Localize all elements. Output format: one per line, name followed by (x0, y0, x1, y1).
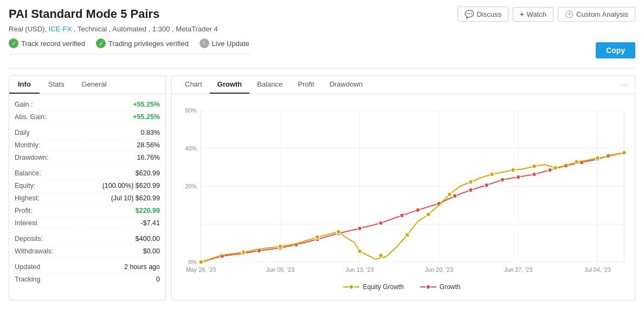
header-actions: 💬 Discuss + Watch 🕐 Custom Analysis (458, 6, 635, 22)
equity-row: Equity: (100.00%) $620.99 (15, 180, 160, 192)
daily-value: 0.83% (141, 129, 160, 136)
profit-label: Profit: (15, 207, 33, 214)
svg-point-47 (199, 260, 203, 264)
growth-chart: .axis-text { font-size: 11px; fill: #888… (175, 100, 629, 278)
svg-point-38 (500, 178, 505, 182)
trading-privileges-badge: ✓ Trading privileges verified (96, 38, 189, 48)
drawdown-label: Drawdown: (15, 154, 49, 161)
tab-stats[interactable]: Stats (40, 76, 73, 94)
interest-label: Interest (15, 219, 37, 227)
tab-info[interactable]: Info (9, 76, 40, 94)
left-tabs: Info Stats General (9, 76, 165, 94)
svg-point-59 (511, 168, 515, 172)
updated-row: Updated 2 hours ago (15, 261, 160, 273)
discuss-icon: 💬 (465, 10, 474, 18)
svg-point-36 (468, 188, 473, 192)
monthly-label: Monthly: (15, 141, 40, 149)
badges-row: ✓ Track record verified ✓ Trading privil… (9, 38, 249, 54)
tracking-label: Tracking (15, 276, 40, 283)
chart-tab-profit[interactable]: Profit (290, 76, 321, 94)
warn-icon: ! (199, 38, 209, 48)
svg-text:60%: 60% (185, 107, 197, 114)
chart-more-button[interactable]: ··· (621, 80, 629, 90)
equity-value: (100.00%) $620.99 (102, 182, 160, 189)
svg-point-41 (548, 168, 552, 172)
svg-point-37 (485, 183, 489, 187)
svg-text:40%: 40% (185, 145, 197, 152)
svg-point-64 (622, 151, 626, 155)
svg-text:Jun 20, '23: Jun 20, '23 (425, 266, 453, 273)
chart-tab-drawdown[interactable]: Drawdown (322, 76, 370, 94)
chart-area: .axis-text { font-size: 11px; fill: #888… (172, 94, 635, 300)
tracking-row: Tracking 0 (15, 273, 160, 285)
clock-icon: 🕐 (565, 10, 574, 18)
deposits-label: Deposits: (15, 235, 43, 243)
svg-point-56 (447, 192, 452, 197)
profit-row: Profit: $220.99 (15, 205, 160, 217)
left-panel: Info Stats General Gain : +55.25% Abs. G… (9, 75, 166, 300)
gain-row: Gain : +55.25% (15, 99, 160, 111)
withdrawals-label: Withdrawals: (15, 247, 54, 255)
abs-gain-label: Abs. Gain: (15, 113, 46, 121)
svg-point-31 (379, 221, 383, 225)
check-icon-2: ✓ (96, 38, 106, 48)
balance-row: Balance: $620.99 (15, 167, 160, 180)
abs-gain-row: Abs. Gain: +55.25% (15, 111, 160, 123)
withdrawals-value: $0.00 (143, 247, 160, 255)
track-record-badge: ✓ Track record verified (9, 38, 85, 48)
svg-point-52 (358, 249, 362, 253)
svg-text:Jul 04, '23: Jul 04, '23 (584, 266, 611, 273)
svg-point-32 (400, 213, 404, 218)
svg-point-39 (516, 175, 520, 179)
svg-point-62 (575, 160, 579, 164)
svg-point-49 (278, 244, 282, 248)
svg-text:0%: 0% (188, 259, 197, 265)
tracking-value: 0 (156, 276, 160, 283)
profit-value: $220.99 (136, 207, 160, 214)
info-table: Gain : +55.25% Abs. Gain: +55.25% Daily … (9, 94, 165, 290)
svg-point-57 (468, 180, 473, 184)
interest-row: Interest -$7.41 (15, 217, 160, 230)
svg-point-55 (426, 212, 430, 217)
chart-tab-chart[interactable]: Chart (177, 76, 210, 94)
drawdown-value: 16.76% (137, 154, 160, 161)
svg-point-35 (453, 194, 457, 198)
subtitle: Real (USD), ICE-FX , Technical , Automat… (9, 25, 635, 33)
svg-text:Jun 27, '23: Jun 27, '23 (504, 266, 532, 273)
svg-text:20%: 20% (185, 183, 197, 189)
balance-label: Balance: (15, 169, 41, 177)
gain-label: Gain : (15, 101, 33, 108)
drawdown-row: Drawdown: 16.76% (15, 152, 160, 164)
svg-point-61 (553, 166, 558, 170)
svg-point-53 (379, 253, 383, 258)
updated-label: Updated (15, 263, 40, 271)
watch-button[interactable]: + Watch (513, 7, 553, 22)
broker-link[interactable]: ICE-FX (49, 25, 72, 33)
deposits-value: $400.00 (136, 235, 160, 243)
chart-tabs-row: Chart Growth Balance Profit Drawdown ··· (172, 76, 635, 94)
monthly-row: Monthly: 28.56% (15, 139, 160, 152)
custom-analysis-button[interactable]: 🕐 Custom Analysis (558, 7, 635, 22)
growth-line-icon (420, 284, 436, 290)
svg-point-58 (490, 172, 494, 176)
balance-value: $620.99 (136, 169, 160, 177)
daily-row: Daily 0.83% (15, 127, 160, 139)
svg-point-63 (596, 156, 600, 160)
page-title: PAI Standard Mode 5 Pairs (9, 7, 159, 21)
daily-label: Daily (15, 129, 30, 136)
check-icon-1: ✓ (9, 38, 18, 48)
deposits-row: Deposits: $400.00 (15, 233, 160, 245)
svg-point-50 (315, 235, 320, 239)
copy-button[interactable]: Copy (596, 42, 635, 58)
chart-tab-balance[interactable]: Balance (249, 76, 290, 94)
tab-general[interactable]: General (73, 76, 115, 94)
svg-point-54 (405, 233, 409, 237)
withdrawals-row: Withdrawals: $0.00 (15, 245, 160, 258)
svg-text:Jun 05, '23: Jun 05, '23 (266, 266, 294, 273)
equity-label: Equity: (15, 182, 35, 189)
chart-tab-growth[interactable]: Growth (210, 76, 250, 94)
discuss-button[interactable]: 💬 Discuss (458, 6, 508, 22)
chart-legend: Equity Growth Growth (175, 280, 629, 295)
legend-equity-growth: Equity Growth (343, 283, 403, 291)
legend-growth: Growth (420, 283, 461, 291)
